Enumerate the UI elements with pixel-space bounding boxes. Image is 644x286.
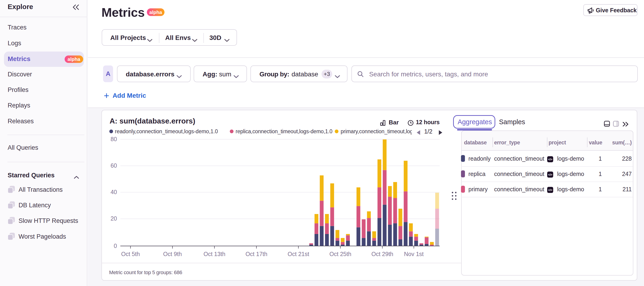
svg-text:40: 40: [110, 189, 117, 195]
svg-text:Oct 29th: Oct 29th: [371, 251, 393, 257]
svg-text:Oct 13th: Oct 13th: [204, 251, 226, 257]
svg-text:20: 20: [110, 215, 117, 222]
svg-text:Nov 1st: Nov 1st: [404, 251, 424, 257]
svg-text:Oct 21st: Oct 21st: [288, 251, 309, 257]
svg-text:60: 60: [110, 162, 117, 169]
svg-text:0: 0: [114, 243, 117, 249]
svg-text:Oct 17th: Oct 17th: [246, 251, 268, 257]
svg-text:80: 80: [110, 136, 117, 142]
svg-text:Oct 9th: Oct 9th: [163, 251, 182, 257]
svg-text:</>: </>: [548, 158, 552, 161]
svg-text:Oct 5th: Oct 5th: [121, 251, 140, 257]
svg-text:Oct 25th: Oct 25th: [330, 251, 352, 257]
svg-text:</>: </>: [548, 173, 552, 176]
svg-text:</>: </>: [548, 189, 552, 192]
